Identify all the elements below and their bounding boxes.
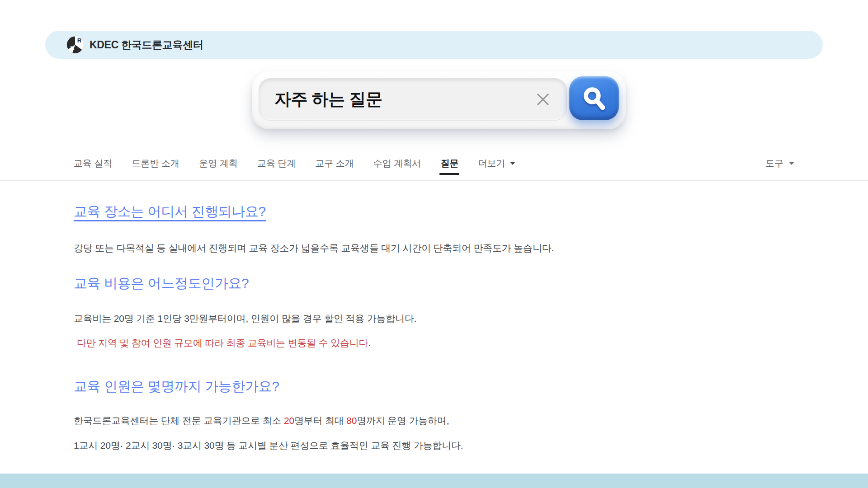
logo-letter-k: K (71, 45, 75, 52)
close-icon (535, 91, 551, 108)
brand[interactable]: R K KDEC 한국드론교육센터 (66, 36, 203, 53)
tab-education-results[interactable]: 교육 실적 (74, 157, 113, 169)
tab-label: 더보기 (478, 157, 505, 169)
tab-label: 교구 소개 (315, 158, 354, 168)
chevron-down-icon (789, 162, 794, 165)
faq-answer-location: 강당 또는 다목적실 등 실내에서 진행되며 교육 장소가 넓을수록 교육생들 … (74, 242, 554, 254)
footer-bar (0, 474, 868, 488)
tab-label: 교육 단계 (257, 158, 296, 168)
tab-label: 운영 계획 (199, 158, 238, 168)
search-input[interactable]: 자주 하는 질문 (259, 78, 567, 121)
tab-education-steps[interactable]: 교육 단계 (257, 157, 296, 169)
tab-label: 교육 실적 (74, 158, 113, 168)
tab-operation-plan[interactable]: 운영 계획 (199, 157, 238, 169)
page: R K KDEC 한국드론교육센터 자주 하는 질문 교육 실 (0, 0, 868, 488)
faq-cost-note: 다만 지역 및 참여 인원 규모에 따라 최종 교육비는 변동될 수 있습니다. (77, 337, 371, 349)
capacity-min-number: 20 (284, 415, 294, 426)
tab-drone-class-intro[interactable]: 드론반 소개 (132, 157, 180, 169)
faq-answer-capacity-line1: 한국드론교육센터는 단체 전문 교육기관으로 최소 20명부터 최대 80명까지… (74, 414, 449, 427)
nav-divider (0, 180, 868, 181)
capacity-max-number: 80 (346, 415, 357, 426)
search-box: 자주 하는 질문 (252, 71, 626, 129)
tab-questions-active[interactable]: 질문 (440, 157, 458, 169)
kdec-logo-icon: R K (66, 36, 84, 53)
search-query-text: 자주 하는 질문 (274, 88, 382, 111)
search-button[interactable] (569, 76, 619, 120)
header-banner: R K KDEC 한국드론교육센터 (45, 31, 823, 59)
tab-teaching-tools[interactable]: 교구 소개 (315, 157, 354, 169)
tools-menu[interactable]: 도구 (765, 153, 794, 174)
tab-label: 드론반 소개 (132, 158, 180, 168)
tab-lesson-plan[interactable]: 수업 계획서 (373, 157, 421, 169)
faq-question-cost[interactable]: 교육 비용은 어느정도인가요? (74, 274, 249, 293)
tools-label: 도구 (765, 157, 783, 169)
tab-label: 수업 계획서 (373, 158, 421, 168)
capacity-text-1: 한국드론교육센터는 단체 전문 교육기관으로 최소 (74, 415, 284, 426)
faq-answer-capacity-line2: 1교시 20명· 2교시 30명· 3교시 30명 등 교시별 분산 편성으로 … (74, 439, 463, 452)
chevron-down-icon (510, 162, 515, 165)
tab-label: 질문 (440, 158, 458, 168)
clear-search-button[interactable] (535, 91, 551, 108)
faq-answer-cost: 교육비는 20명 기준 1인당 3만원부터이며, 인원이 많을 경우 할인 적용… (74, 312, 416, 325)
brand-name: KDEC 한국드론교육센터 (90, 38, 203, 52)
faq-question-capacity[interactable]: 교육 인원은 몇명까지 가능한가요? (74, 377, 279, 396)
faq-question-location[interactable]: 교육 장소는 어디서 진행되나요? (74, 202, 266, 221)
capacity-text-2: 명부터 최대 (294, 415, 346, 426)
search-icon (580, 84, 608, 113)
capacity-text-3: 명까지 운영 가능하며, (357, 415, 449, 426)
tab-more[interactable]: 더보기 (478, 157, 515, 169)
nav-tabs: 교육 실적 드론반 소개 운영 계획 교육 단계 교구 소개 수업 계획서 질문… (74, 153, 515, 174)
logo-letter-r: R (77, 37, 82, 44)
